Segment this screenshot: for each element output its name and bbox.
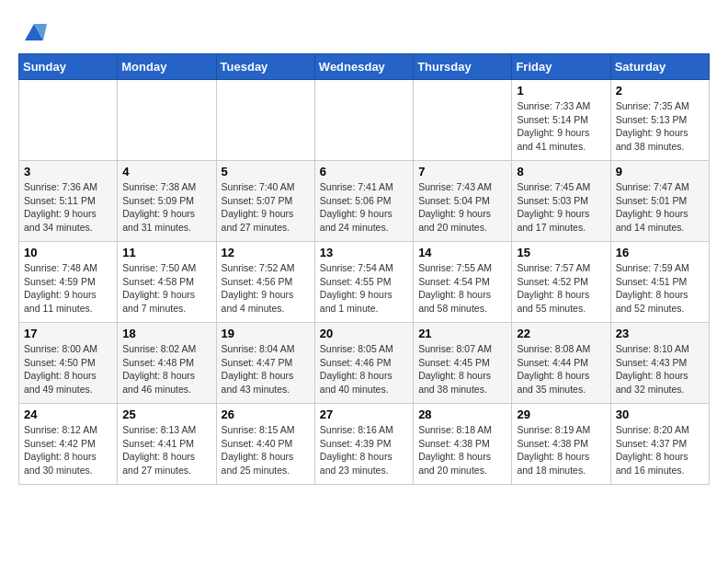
day-info: Sunrise: 8:13 AM Sunset: 4:41 PM Dayligh… xyxy=(122,423,210,477)
col-header-friday: Friday xyxy=(512,54,610,80)
day-info: Sunrise: 8:10 AM Sunset: 4:43 PM Dayligh… xyxy=(616,342,704,396)
col-header-saturday: Saturday xyxy=(610,54,709,80)
day-info: Sunrise: 8:00 AM Sunset: 4:50 PM Dayligh… xyxy=(24,342,112,396)
calendar-cell: 13Sunrise: 7:54 AM Sunset: 4:55 PM Dayli… xyxy=(314,242,413,323)
calendar-cell: 17Sunrise: 8:00 AM Sunset: 4:50 PM Dayli… xyxy=(19,323,118,404)
calendar-cell: 2Sunrise: 7:35 AM Sunset: 5:13 PM Daylig… xyxy=(610,80,709,161)
col-header-sunday: Sunday xyxy=(19,54,118,80)
day-number: 20 xyxy=(320,327,408,340)
day-info: Sunrise: 7:59 AM Sunset: 4:51 PM Dayligh… xyxy=(616,261,704,316)
day-number: 16 xyxy=(616,246,704,259)
day-number: 8 xyxy=(517,165,605,178)
col-header-monday: Monday xyxy=(118,54,216,80)
day-number: 26 xyxy=(222,408,310,421)
day-number: 12 xyxy=(222,246,310,259)
day-info: Sunrise: 7:48 AM Sunset: 4:59 PM Dayligh… xyxy=(24,261,112,316)
day-number: 1 xyxy=(517,84,605,98)
col-header-tuesday: Tuesday xyxy=(216,54,314,80)
day-number: 23 xyxy=(616,327,704,340)
day-number: 3 xyxy=(24,165,112,178)
calendar-cell: 20Sunrise: 8:05 AM Sunset: 4:46 PM Dayli… xyxy=(314,323,413,404)
day-number: 10 xyxy=(24,246,112,259)
calendar-cell: 10Sunrise: 7:48 AM Sunset: 4:59 PM Dayli… xyxy=(19,242,118,323)
day-info: Sunrise: 7:55 AM Sunset: 4:54 PM Dayligh… xyxy=(418,261,506,316)
calendar-cell: 19Sunrise: 8:04 AM Sunset: 4:47 PM Dayli… xyxy=(216,323,314,404)
day-info: Sunrise: 7:52 AM Sunset: 4:56 PM Dayligh… xyxy=(222,261,310,316)
calendar-cell: 27Sunrise: 8:16 AM Sunset: 4:39 PM Dayli… xyxy=(314,404,413,485)
day-info: Sunrise: 7:54 AM Sunset: 4:55 PM Dayligh… xyxy=(320,261,408,316)
day-info: Sunrise: 8:02 AM Sunset: 4:48 PM Dayligh… xyxy=(122,342,210,396)
day-number: 22 xyxy=(517,327,605,340)
day-info: Sunrise: 7:41 AM Sunset: 5:06 PM Dayligh… xyxy=(320,180,408,235)
day-info: Sunrise: 8:19 AM Sunset: 4:38 PM Dayligh… xyxy=(517,423,605,477)
logo-icon xyxy=(21,18,47,44)
col-header-thursday: Thursday xyxy=(414,54,512,80)
calendar-cell: 23Sunrise: 8:10 AM Sunset: 4:43 PM Dayli… xyxy=(610,323,709,404)
calendar-cell: 4Sunrise: 7:38 AM Sunset: 5:09 PM Daylig… xyxy=(118,161,216,242)
day-number: 27 xyxy=(320,408,408,421)
calendar-cell: 7Sunrise: 7:43 AM Sunset: 5:04 PM Daylig… xyxy=(414,161,512,242)
calendar-header-row: SundayMondayTuesdayWednesdayThursdayFrid… xyxy=(19,54,710,80)
day-number: 17 xyxy=(24,327,112,340)
day-info: Sunrise: 7:40 AM Sunset: 5:07 PM Dayligh… xyxy=(222,180,310,235)
day-info: Sunrise: 8:16 AM Sunset: 4:39 PM Dayligh… xyxy=(320,423,408,477)
day-info: Sunrise: 7:57 AM Sunset: 4:52 PM Dayligh… xyxy=(517,261,605,316)
day-number: 7 xyxy=(418,165,506,178)
calendar-cell: 15Sunrise: 7:57 AM Sunset: 4:52 PM Dayli… xyxy=(512,242,610,323)
calendar-cell: 14Sunrise: 7:55 AM Sunset: 4:54 PM Dayli… xyxy=(414,242,512,323)
calendar-cell: 21Sunrise: 8:07 AM Sunset: 4:45 PM Dayli… xyxy=(414,323,512,404)
day-info: Sunrise: 8:07 AM Sunset: 4:45 PM Dayligh… xyxy=(418,342,506,396)
day-info: Sunrise: 7:38 AM Sunset: 5:09 PM Dayligh… xyxy=(122,180,210,235)
calendar-cell: 9Sunrise: 7:47 AM Sunset: 5:01 PM Daylig… xyxy=(610,161,709,242)
calendar-cell xyxy=(118,80,216,161)
calendar-cell: 30Sunrise: 8:20 AM Sunset: 4:37 PM Dayli… xyxy=(610,404,709,485)
day-number: 24 xyxy=(24,408,112,421)
day-number: 21 xyxy=(418,327,506,340)
day-number: 30 xyxy=(616,408,704,421)
calendar-cell: 1Sunrise: 7:33 AM Sunset: 5:14 PM Daylig… xyxy=(512,80,610,161)
week-row-2: 3Sunrise: 7:36 AM Sunset: 5:11 PM Daylig… xyxy=(19,161,710,242)
calendar-cell xyxy=(216,80,314,161)
calendar: SundayMondayTuesdayWednesdayThursdayFrid… xyxy=(18,53,710,485)
calendar-cell: 24Sunrise: 8:12 AM Sunset: 4:42 PM Dayli… xyxy=(19,404,118,485)
day-number: 25 xyxy=(122,408,210,421)
calendar-cell: 28Sunrise: 8:18 AM Sunset: 4:38 PM Dayli… xyxy=(414,404,512,485)
day-number: 29 xyxy=(517,408,605,421)
day-info: Sunrise: 7:47 AM Sunset: 5:01 PM Dayligh… xyxy=(616,180,704,235)
day-number: 14 xyxy=(418,246,506,259)
day-number: 13 xyxy=(320,246,408,259)
day-number: 28 xyxy=(418,408,506,421)
calendar-cell xyxy=(19,80,118,161)
day-info: Sunrise: 7:35 AM Sunset: 5:13 PM Dayligh… xyxy=(616,99,704,154)
day-info: Sunrise: 8:05 AM Sunset: 4:46 PM Dayligh… xyxy=(320,342,408,396)
calendar-cell: 6Sunrise: 7:41 AM Sunset: 5:06 PM Daylig… xyxy=(314,161,413,242)
calendar-cell: 26Sunrise: 8:15 AM Sunset: 4:40 PM Dayli… xyxy=(216,404,314,485)
calendar-cell: 5Sunrise: 7:40 AM Sunset: 5:07 PM Daylig… xyxy=(216,161,314,242)
day-info: Sunrise: 7:50 AM Sunset: 4:58 PM Dayligh… xyxy=(122,261,210,316)
day-number: 19 xyxy=(222,327,310,340)
day-number: 4 xyxy=(122,165,210,178)
calendar-cell: 3Sunrise: 7:36 AM Sunset: 5:11 PM Daylig… xyxy=(19,161,118,242)
logo xyxy=(18,18,47,39)
day-info: Sunrise: 7:45 AM Sunset: 5:03 PM Dayligh… xyxy=(517,180,605,235)
week-row-5: 24Sunrise: 8:12 AM Sunset: 4:42 PM Dayli… xyxy=(19,404,710,485)
calendar-cell: 18Sunrise: 8:02 AM Sunset: 4:48 PM Dayli… xyxy=(118,323,216,404)
calendar-cell: 12Sunrise: 7:52 AM Sunset: 4:56 PM Dayli… xyxy=(216,242,314,323)
week-row-4: 17Sunrise: 8:00 AM Sunset: 4:50 PM Dayli… xyxy=(19,323,710,404)
day-number: 6 xyxy=(320,165,408,178)
day-info: Sunrise: 8:08 AM Sunset: 4:44 PM Dayligh… xyxy=(517,342,605,396)
day-info: Sunrise: 8:18 AM Sunset: 4:38 PM Dayligh… xyxy=(418,423,506,477)
calendar-cell: 29Sunrise: 8:19 AM Sunset: 4:38 PM Dayli… xyxy=(512,404,610,485)
day-info: Sunrise: 7:36 AM Sunset: 5:11 PM Dayligh… xyxy=(24,180,112,235)
day-info: Sunrise: 8:12 AM Sunset: 4:42 PM Dayligh… xyxy=(24,423,112,477)
col-header-wednesday: Wednesday xyxy=(314,54,413,80)
day-number: 11 xyxy=(122,246,210,259)
day-info: Sunrise: 8:04 AM Sunset: 4:47 PM Dayligh… xyxy=(222,342,310,396)
calendar-cell xyxy=(314,80,413,161)
calendar-cell: 22Sunrise: 8:08 AM Sunset: 4:44 PM Dayli… xyxy=(512,323,610,404)
day-info: Sunrise: 8:15 AM Sunset: 4:40 PM Dayligh… xyxy=(222,423,310,477)
day-number: 2 xyxy=(616,84,704,98)
day-number: 15 xyxy=(517,246,605,259)
day-number: 18 xyxy=(122,327,210,340)
calendar-cell: 11Sunrise: 7:50 AM Sunset: 4:58 PM Dayli… xyxy=(118,242,216,323)
